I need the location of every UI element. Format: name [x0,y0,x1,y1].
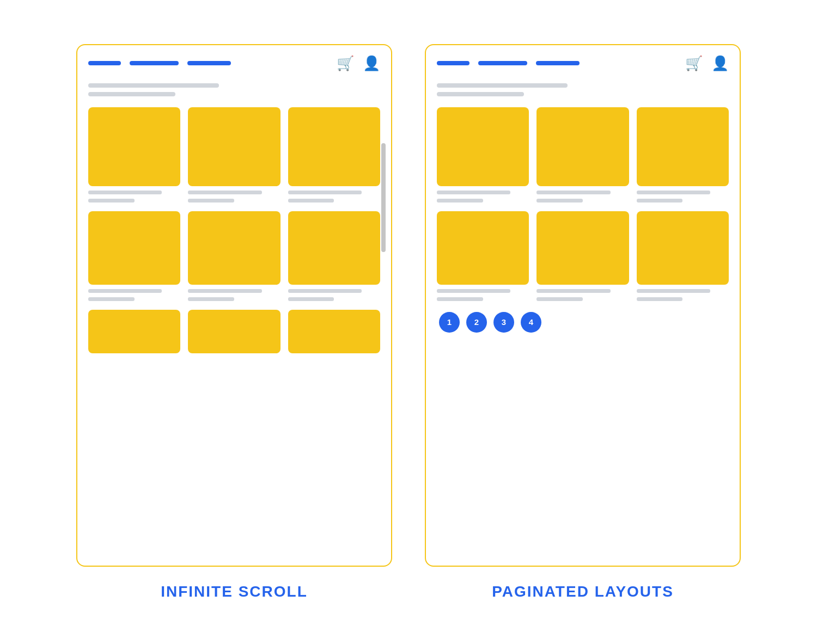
cart-icon-left[interactable]: 🛒 [337,56,354,70]
nav-icons-right: 🛒 👤 [685,56,729,70]
product-price [536,297,583,301]
product-title [536,191,610,194]
product-title [637,289,710,293]
product-card [88,310,180,353]
product-card [437,107,529,203]
product-title [437,191,510,194]
infinite-scroll-frame: 🛒 👤 [76,44,392,567]
nav-link-2 [478,61,527,65]
paginated-label: PAGINATED LAYOUTS [492,583,674,600]
product-card [288,211,380,301]
pagination: 1 2 3 4 [437,312,729,333]
product-card [288,107,380,203]
product-image [188,107,280,186]
paginated-frame: 🛒 👤 [425,44,741,567]
product-image [637,107,729,186]
heading-line-2 [437,92,524,96]
infinite-scroll-label: INFINITE SCROLL [161,583,308,600]
heading-area-left [88,83,380,96]
product-title [288,289,362,293]
grid-row-1-left [88,107,380,203]
product-image [288,107,380,186]
product-grid-3 [88,310,380,353]
product-title [88,289,162,293]
product-title [637,191,710,194]
product-image [88,107,180,186]
nav-link-1 [88,61,121,65]
product-image [637,211,729,285]
product-title [437,289,510,293]
user-icon-right[interactable]: 👤 [711,56,729,70]
product-price [188,297,234,301]
product-image [536,211,629,285]
product-image [288,211,380,285]
infinite-scroll-wrapper: 🛒 👤 [76,44,392,600]
product-grid-1 [437,107,729,203]
product-image [536,107,629,186]
nav-bar-left: 🛒 👤 [88,56,380,70]
product-price [88,297,135,301]
nav-links-left [88,61,231,65]
nav-link-3 [187,61,231,65]
product-image [437,211,529,285]
product-image [188,211,280,285]
product-card [637,211,729,301]
product-price [437,199,483,203]
product-grid-1 [88,107,380,203]
product-title [88,191,162,194]
product-image [437,107,529,186]
paginated-wrapper: 🛒 👤 [425,44,741,600]
grid-row-2-left [88,211,380,301]
product-price [188,199,234,203]
product-card [188,211,280,301]
grid-row-3-left [88,310,380,353]
product-card [288,310,380,353]
product-image [88,310,180,353]
product-price [437,297,483,301]
product-card [536,211,629,301]
product-grid-2 [88,211,380,301]
product-price [637,199,683,203]
product-card [188,107,280,203]
page-btn-3[interactable]: 3 [493,312,514,333]
heading-line-2 [88,92,175,96]
nav-link-1 [437,61,470,65]
product-price [288,199,334,203]
product-card [437,211,529,301]
page-btn-1[interactable]: 1 [439,312,460,333]
product-card [88,211,180,301]
grid-row-2-right [437,211,729,301]
nav-icons-left: 🛒 👤 [337,56,380,70]
scrollbar[interactable] [381,143,386,252]
product-title [536,289,610,293]
product-card [536,107,629,203]
cart-icon-right[interactable]: 🛒 [685,56,703,70]
nav-bar-right: 🛒 👤 [437,56,729,70]
page-btn-4[interactable]: 4 [521,312,541,333]
product-image [288,310,380,353]
heading-line-1 [88,83,219,88]
product-title [188,191,261,194]
nav-links-right [437,61,580,65]
product-image [88,211,180,285]
product-grid-2 [437,211,729,301]
heading-area-right [437,83,729,96]
page-btn-2[interactable]: 2 [466,312,487,333]
main-container: 🛒 👤 [54,22,763,622]
product-title [188,289,261,293]
user-icon-left[interactable]: 👤 [363,56,380,70]
product-price [88,199,135,203]
nav-link-3 [536,61,580,65]
heading-line-1 [437,83,568,88]
product-price [288,297,334,301]
product-card [637,107,729,203]
nav-link-2 [130,61,179,65]
product-image [188,310,280,353]
product-title [288,191,362,194]
product-price [637,297,683,301]
grid-row-1-right [437,107,729,203]
product-card [88,107,180,203]
product-card [188,310,280,353]
product-price [536,199,583,203]
